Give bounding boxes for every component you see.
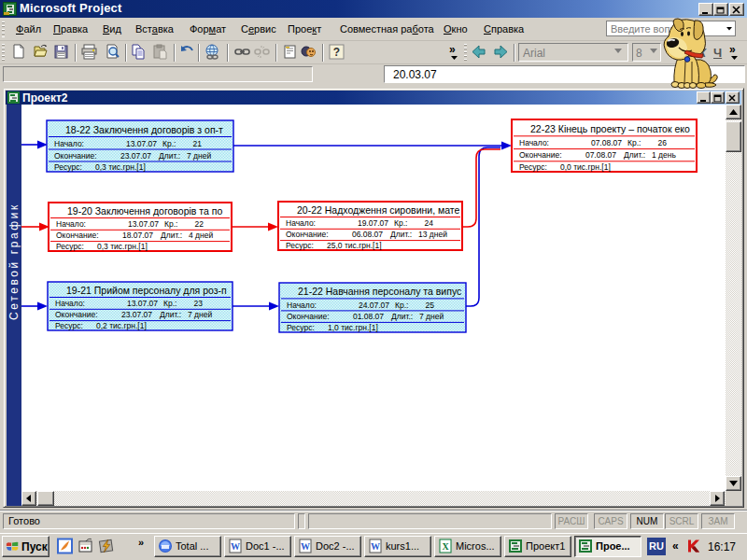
svg-text:25,0 тис.грн.[1]: 25,0 тис.грн.[1] — [327, 241, 382, 250]
svg-text:18-22 Заключення договорів з: 18-22 Заключення договорів з оп-т — [65, 124, 223, 135]
svg-text:Ресурс:: Ресурс: — [286, 241, 314, 250]
svg-text:Кр.:: Кр.: — [163, 299, 176, 308]
svg-text:1 день: 1 день — [652, 150, 676, 160]
svg-text:20-22 Надходження сировини, м: 20-22 Надходження сировини, мате — [297, 204, 460, 216]
svg-text:Кр.:: Кр.: — [164, 219, 177, 229]
svg-text:Начало:: Начало: — [56, 219, 86, 229]
svg-text:Окончание:: Окончание: — [286, 230, 329, 239]
svg-text:Длит.:: Длит.: — [390, 230, 412, 239]
svg-text:Ресурс:: Ресурс: — [287, 323, 315, 332]
svg-text:Начало:: Начало: — [519, 138, 549, 147]
svg-text:Кр.:: Кр.: — [394, 218, 407, 228]
svg-text:Окончание:: Окончание: — [287, 312, 330, 321]
svg-text:18.07.07: 18.07.07 — [122, 231, 153, 240]
svg-text:Кр.:: Кр.: — [627, 138, 641, 147]
svg-text:Окончание:: Окончание: — [55, 310, 98, 319]
svg-text:Длит.:: Длит.: — [391, 312, 413, 321]
svg-text:Кр.:: Кр.: — [162, 139, 176, 148]
svg-text:0,3 тис.грн.[1]: 0,3 тис.грн.[1] — [95, 162, 146, 172]
svg-text:0,3 тис.грн.[1]: 0,3 тис.грн.[1] — [97, 242, 148, 251]
svg-text:Начало:: Начало: — [287, 301, 317, 310]
svg-text:0,0 тис.грн.[1]: 0,0 тис.грн.[1] — [560, 162, 611, 172]
svg-text:Ресурс:: Ресурс: — [55, 321, 83, 330]
svg-text:26: 26 — [658, 138, 668, 147]
svg-text:Кр.:: Кр.: — [395, 301, 408, 310]
svg-text:24: 24 — [425, 218, 434, 228]
svg-text:Длит.:: Длит.: — [159, 151, 180, 161]
svg-text:01.08.07: 01.08.07 — [353, 312, 384, 321]
svg-text:W: W — [371, 541, 380, 552]
svg-text:06.08.07: 06.08.07 — [352, 230, 383, 239]
svg-text:22: 22 — [195, 219, 204, 229]
svg-text:Длит.:: Длит.: — [161, 231, 182, 240]
svg-text:25: 25 — [426, 301, 435, 310]
svg-text:0,2 тис.грн.[1]: 0,2 тис.грн.[1] — [96, 321, 147, 330]
svg-text:Начало:: Начало: — [55, 299, 85, 308]
svg-text:7 дней: 7 дней — [187, 151, 211, 161]
svg-text:19-21 Прийом персоналу для ро: 19-21 Прийом персоналу для роз-п — [66, 285, 227, 296]
svg-text:Ресурс:: Ресурс: — [519, 162, 547, 172]
svg-text:13.07.07: 13.07.07 — [128, 219, 159, 229]
svg-text:23.07.07: 23.07.07 — [120, 151, 151, 161]
svg-text:Начало:: Начало: — [286, 218, 316, 228]
svg-text:Длит.:: Длит.: — [624, 150, 645, 160]
svg-text:4 дней: 4 дней — [189, 231, 213, 240]
svg-text:Ресурс:: Ресурс: — [56, 242, 84, 251]
svg-text:13.07.07: 13.07.07 — [126, 139, 157, 148]
svg-text:13 дней: 13 дней — [418, 230, 447, 239]
svg-text:Длит.:: Длит.: — [160, 310, 181, 319]
svg-text:7 дней: 7 дней — [188, 310, 212, 319]
svg-text:23: 23 — [194, 299, 204, 308]
svg-text:23.07.07: 23.07.07 — [121, 310, 152, 319]
svg-text:07.08.07: 07.08.07 — [585, 150, 616, 160]
svg-text:19-20 Заключення договорів та: 19-20 Заключення договорів та по — [67, 205, 222, 217]
svg-text:Ресурс:: Ресурс: — [54, 162, 82, 172]
svg-text:22-23 Кінець проекту – почато: 22-23 Кінець проекту – початок еко — [530, 123, 690, 134]
svg-text:19.07.07: 19.07.07 — [358, 218, 388, 228]
svg-text:Окончание:: Окончание: — [519, 150, 562, 160]
svg-text:7 дней: 7 дней — [419, 312, 444, 321]
svg-text:21: 21 — [193, 139, 203, 148]
svg-text:Начало:: Начало: — [54, 139, 84, 148]
svg-text:Окончание:: Окончание: — [54, 151, 97, 161]
svg-text:13.07.07: 13.07.07 — [127, 299, 158, 308]
svg-text:W: W — [231, 541, 240, 552]
svg-text:1,0 тис.грн.[1]: 1,0 тис.грн.[1] — [328, 323, 378, 332]
svg-text:21-22 Навчання персоналу та в: 21-22 Навчання персоналу та випус — [298, 286, 461, 297]
svg-text:24.07.07: 24.07.07 — [359, 301, 389, 310]
svg-text:W: W — [301, 541, 310, 552]
svg-text:X: X — [442, 541, 449, 552]
svg-text:07.08.07: 07.08.07 — [591, 138, 622, 147]
svg-text:Окончание:: Окончание: — [56, 231, 99, 240]
